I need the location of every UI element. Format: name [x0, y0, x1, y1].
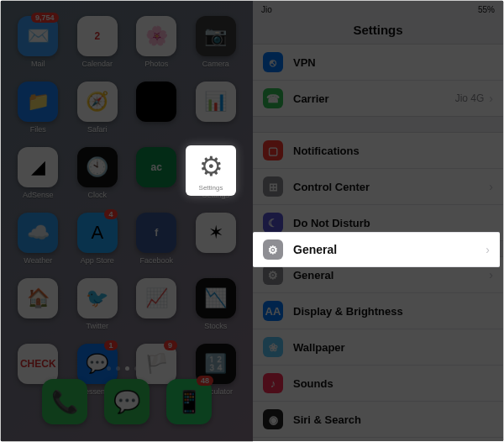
app-label: Calendar — [81, 60, 113, 68]
chevron-right-icon: › — [486, 243, 490, 256]
app-label: Files — [30, 125, 46, 134]
tutorial-composite: 9,754✉️Mail2Calendar🌸Photos📷Camera📁Files… — [0, 0, 504, 442]
app-calendar[interactable]: 2Calendar — [72, 16, 123, 68]
app-twitter[interactable]: 🐦Twitter — [72, 278, 123, 330]
row-label: VPN — [293, 56, 493, 69]
row-control-center[interactable]: ⊞ Control Center › — [253, 168, 503, 204]
app-app-6[interactable]: ◯ — [131, 82, 182, 134]
app-label: Weather — [24, 256, 52, 265]
notifications-icon: ▢ — [263, 140, 283, 160]
row-vpn[interactable]: ⎋ VPN — [253, 45, 503, 80]
row-wallpaper[interactable]: ❀ Wallpaper — [253, 329, 503, 365]
row-carrier[interactable]: ☎ Carrier Jio 4G › — [253, 80, 503, 116]
highlight-settings-app[interactable]: ⚙ Settings — [186, 145, 236, 196]
app-app-10[interactable]: ac — [131, 147, 182, 199]
app-icon: 📈 — [136, 278, 176, 318]
app-grid: 9,754✉️Mail2Calendar🌸Photos📷Camera📁Files… — [1, 1, 253, 396]
row-label: General — [293, 243, 486, 256]
row-touchid[interactable]: ☉ Touch ID & Passcode — [253, 437, 503, 442]
row-label: Siri & Search — [293, 413, 493, 426]
siri-icon: ◉ — [263, 409, 283, 429]
dock-phone[interactable]: 📞 — [42, 379, 87, 424]
app-icon: f — [136, 213, 176, 253]
gear-icon: ⚙ — [199, 150, 223, 182]
app-icon: 📉 — [196, 278, 236, 318]
row-label: Display & Brightness — [293, 305, 493, 318]
app-safari[interactable]: 🧭Safari — [72, 82, 123, 134]
app-app-18[interactable]: 📈 — [131, 278, 182, 330]
row-label: Carrier — [293, 92, 455, 105]
row-label: Control Center — [293, 181, 489, 193]
row-notifications[interactable]: ▢ Notifications — [253, 133, 503, 168]
app-icon: 🕙 — [77, 147, 118, 187]
dock-whatsapp[interactable]: 48📱 — [166, 379, 212, 424]
row-label: Do Not Disturb — [293, 217, 493, 229]
app-icon: 📊 — [196, 82, 236, 122]
app-label: Twitter — [86, 322, 108, 330]
dnd-icon: ☾ — [263, 213, 283, 233]
app-icon: 📷 — [196, 16, 236, 56]
row-display[interactable]: AA Display & Brightness — [253, 292, 503, 329]
wallpaper-icon: ❀ — [263, 337, 283, 357]
dock-messages[interactable]: 💬 — [104, 379, 150, 424]
messages-icon: 💬 — [104, 379, 150, 424]
sounds-icon: ♪ — [263, 373, 283, 393]
app-app-store[interactable]: 4AApp Store — [72, 213, 123, 265]
row-value: Jio 4G — [455, 92, 485, 104]
app-icon: 🐦 — [77, 278, 118, 318]
row-sounds[interactable]: ♪ Sounds — [253, 365, 503, 401]
app-label: Facebook — [139, 256, 173, 265]
app-app-16[interactable]: 🏠 — [13, 278, 64, 330]
app-icon: 🌸 — [136, 16, 176, 56]
app-app-7[interactable]: 📊 — [191, 82, 242, 134]
app-icon: ac — [136, 147, 176, 187]
badge: 48 — [197, 376, 213, 386]
chevron-right-icon: › — [489, 268, 493, 282]
row-label: Wallpaper — [293, 341, 493, 354]
row-siri[interactable]: ◉ Siri & Search — [253, 401, 503, 437]
app-icon: 🏠 — [18, 278, 58, 318]
vpn-icon: ⎋ — [263, 52, 283, 72]
settings-title: Settings — [253, 18, 503, 44]
app-icon: 2 — [77, 16, 118, 56]
highlight-general-row[interactable]: ⚙ General › — [253, 232, 500, 267]
app-app-15[interactable]: ✶ — [191, 213, 242, 265]
app-photos[interactable]: 🌸Photos — [131, 16, 182, 68]
phone-icon: 📞 — [42, 379, 87, 424]
app-clock[interactable]: 🕙Clock — [72, 147, 123, 199]
home-screen: 9,754✉️Mail2Calendar🌸Photos📷Camera📁Files… — [1, 1, 253, 441]
display-icon: AA — [263, 301, 283, 321]
badge: 9,754 — [31, 13, 59, 23]
row-label: Notifications — [293, 145, 493, 157]
app-files[interactable]: 📁Files — [13, 82, 64, 134]
settings-caption: Settings — [199, 184, 223, 192]
app-adsense[interactable]: ◢AdSense — [13, 147, 64, 199]
badge: 9 — [164, 340, 177, 350]
app-icon: ☁️ — [18, 213, 58, 253]
dock: 📞💬48📱 — [1, 371, 253, 433]
chevron-right-icon: › — [489, 180, 493, 193]
gear-icon: ⚙ — [263, 239, 283, 260]
whatsapp-icon: 📱 — [166, 379, 212, 424]
gear-icon: ⚙ — [263, 265, 283, 285]
app-stocks[interactable]: 📉Stocks — [191, 278, 242, 330]
row-label: Sounds — [293, 377, 493, 390]
app-camera[interactable]: 📷Camera — [191, 16, 242, 68]
app-label: Mail — [31, 60, 45, 68]
app-facebook[interactable]: fFacebook — [131, 213, 182, 265]
app-label: Clock — [87, 191, 107, 199]
app-label: Photos — [144, 60, 168, 68]
app-label: App Store — [81, 256, 114, 265]
app-icon: ◢ — [18, 147, 58, 187]
app-label: AdSense — [23, 191, 54, 199]
app-label: Camera — [202, 60, 229, 68]
app-label: Stocks — [204, 322, 227, 330]
badge: 1 — [104, 340, 118, 350]
app-icon: 📁 — [18, 82, 58, 122]
app-weather[interactable]: ☁️Weather — [13, 213, 64, 265]
app-icon: 🧭 — [77, 82, 118, 122]
app-mail[interactable]: 9,754✉️Mail — [13, 16, 64, 68]
app-icon: ◯ — [136, 82, 176, 122]
status-bar: Jio 55% — [253, 1, 503, 18]
app-label: Safari — [87, 125, 108, 134]
